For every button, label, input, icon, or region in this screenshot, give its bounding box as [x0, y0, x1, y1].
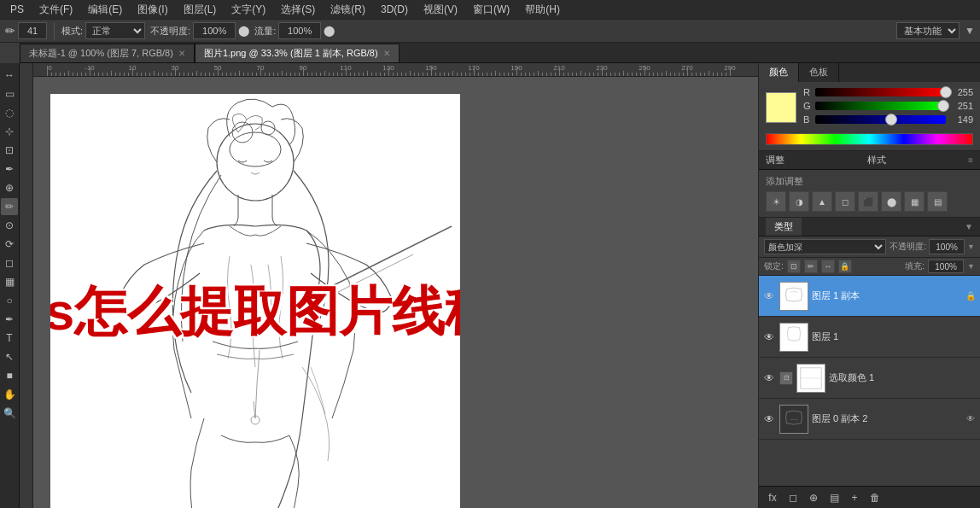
crop-tool[interactable]: ⊡ [1, 142, 18, 159]
menu-help[interactable]: 帮助(H) [518, 1, 567, 19]
zoom-tool[interactable]: 🔍 [1, 405, 18, 422]
lock-paint-btn[interactable]: ✏ [804, 260, 818, 273]
panel-menu-icon[interactable]: ≡ [968, 155, 973, 165]
layers-tab-type[interactable]: 类型 [766, 218, 802, 236]
menu-file[interactable]: 文件(F) [32, 1, 79, 19]
g-slider[interactable] [815, 102, 946, 110]
adj-exposure[interactable]: ◻ [835, 191, 855, 212]
healing-tool[interactable]: ⊕ [1, 179, 18, 196]
move-tool[interactable]: ↔ [1, 67, 18, 84]
blend-mode-select[interactable]: 颜色加深 [764, 239, 886, 254]
marquee-tool[interactable]: ▭ [1, 85, 18, 102]
flow-option: 流量: 100% ⬤ [254, 22, 335, 39]
b-slider[interactable] [815, 115, 946, 124]
sketch-svg [50, 94, 460, 508]
layer-mask-btn[interactable]: ◻ [785, 489, 802, 506]
clone-tool[interactable]: ⊙ [1, 217, 18, 234]
left-toolbar: ↔ ▭ ◌ ⊹ ⊡ ✒ ⊕ ✏ ⊙ ⟳ ◻ ▦ ○ ✒ T ↖ ■ ✋ 🔍 [0, 63, 20, 508]
lock-move-btn[interactable]: ↔ [821, 260, 835, 273]
opacity-value[interactable]: 100% [929, 239, 965, 254]
adjustments-title: 调整 [766, 154, 862, 166]
layer-item-3[interactable]: 👁 图层 0 副本 2 👁 [759, 399, 980, 440]
layer-item-1[interactable]: 👁 图层 1 [759, 317, 980, 358]
layer-new-btn[interactable]: + [846, 489, 863, 506]
opacity-input[interactable]: 100% [193, 22, 236, 39]
layer-eye-3[interactable]: 👁 [762, 412, 776, 426]
adj-curves[interactable]: ◑ [789, 191, 809, 212]
pen-tool[interactable]: ✒ [1, 311, 18, 328]
workspace-expand-icon[interactable]: ▼ [965, 25, 975, 37]
tab-untitled-close[interactable]: ✕ [178, 49, 185, 58]
adjustments-panel-header[interactable]: 调整 样式 ≡ [759, 151, 980, 170]
lock-transparent-btn[interactable]: ⊡ [787, 260, 801, 273]
adj-colorbalance[interactable]: ▦ [904, 191, 925, 212]
layer-adjustment-btn[interactable]: ⊕ [805, 489, 822, 506]
tab-swatches[interactable]: 色板 [799, 63, 839, 82]
layer-eye-2[interactable]: 👁 [762, 371, 776, 385]
tab-image-close[interactable]: ✕ [383, 49, 390, 58]
brush-tool[interactable]: ✏ [1, 198, 18, 215]
history-brush-tool[interactable]: ⟳ [1, 236, 18, 253]
tab-image[interactable]: 图片1.png @ 33.3% (图层 1 副本, RGB/8) ✕ [195, 44, 400, 62]
brush-size-input[interactable]: 41 [18, 22, 47, 39]
menu-select[interactable]: 选择(S) [274, 1, 322, 19]
svg-rect-0 [50, 94, 460, 508]
adj-brightness[interactable]: ☀ [766, 191, 786, 212]
dodge-tool[interactable]: ○ [1, 292, 18, 309]
adj-bw[interactable]: ▤ [927, 191, 948, 212]
lasso-tool[interactable]: ◌ [1, 104, 18, 121]
canvas-image: ps怎么提取图片线稿 [50, 94, 460, 508]
canvas-wrapper: ps怎么提取图片线稿 [50, 94, 460, 508]
menu-layer[interactable]: 图层(L) [177, 1, 224, 19]
text-tool[interactable]: T [1, 330, 18, 347]
magic-wand-tool[interactable]: ⊹ [1, 123, 18, 140]
mode-select[interactable]: 正常 [85, 22, 145, 39]
eyedropper-tool[interactable]: ✒ [1, 161, 18, 178]
layer-eye-1[interactable]: 👁 [762, 330, 776, 344]
layer-fx-btn[interactable]: fx [764, 489, 781, 506]
shape-tool[interactable]: ■ [1, 367, 18, 384]
fill-value[interactable]: 100% [928, 260, 964, 273]
menu-edit[interactable]: 编辑(E) [81, 1, 129, 19]
tab-untitled-label: 未标题-1 @ 100% (图层 7, RGB/8) [29, 47, 173, 60]
adj-hsl[interactable]: ⬤ [881, 191, 901, 212]
flow-input[interactable]: 100% [278, 22, 321, 39]
layer-item-0[interactable]: 👁 图层 1 副本 🔒 [759, 276, 980, 317]
layer-group-btn[interactable]: ▤ [825, 489, 843, 506]
adj-vibrance[interactable]: ⬛ [858, 191, 878, 212]
layer-list[interactable]: 👁 图层 1 副本 🔒 👁 [759, 276, 980, 486]
adj-levels[interactable]: ▲ [812, 191, 832, 212]
layer-eye-0[interactable]: 👁 [762, 289, 776, 303]
gradient-tool[interactable]: ▦ [1, 273, 18, 290]
layer-thumb-3 [779, 405, 808, 434]
opacity-row: 不透明度: 100% ▼ [890, 239, 975, 254]
workspace-select[interactable]: 基本功能 [896, 22, 960, 39]
eraser-tool[interactable]: ◻ [1, 254, 18, 272]
svg-rect-6 [780, 283, 808, 310]
menu-ps[interactable]: PS [3, 2, 31, 17]
menu-filter[interactable]: 滤镜(R) [324, 1, 372, 19]
menu-text[interactable]: 文字(Y) [225, 1, 272, 19]
hand-tool[interactable]: ✋ [1, 386, 18, 403]
r-label: R [803, 87, 812, 97]
lock-all-btn[interactable]: 🔒 [838, 260, 852, 273]
tab-color[interactable]: 颜色 [759, 63, 799, 82]
path-select-tool[interactable]: ↖ [1, 348, 18, 365]
color-row-g: G 251 [803, 101, 973, 111]
layer-delete-btn[interactable]: 🗑 [866, 489, 884, 506]
canvas-content[interactable]: ps怎么提取图片线稿 [33, 77, 758, 508]
tab-untitled[interactable]: 未标题-1 @ 100% (图层 7, RGB/8) ✕ [20, 44, 195, 62]
menu-image[interactable]: 图像(I) [131, 1, 174, 19]
r-slider[interactable] [815, 88, 946, 96]
svg-rect-7 [780, 324, 808, 351]
color-swatch[interactable] [766, 92, 796, 123]
ruler-left [20, 63, 33, 508]
menu-view[interactable]: 视图(V) [417, 1, 464, 19]
color-spectrum-bar[interactable] [766, 133, 973, 145]
menu-3d[interactable]: 3D(D) [374, 2, 415, 17]
brush-tool-option: ✏ 41 [5, 22, 47, 39]
layer-item-2[interactable]: 👁 ⊡ 选取颜色 1 [759, 358, 980, 399]
menu-window[interactable]: 窗口(W) [466, 1, 516, 19]
add-adjustment-label: 添加调整 [766, 175, 973, 188]
flow-label: 流量: [254, 25, 276, 38]
